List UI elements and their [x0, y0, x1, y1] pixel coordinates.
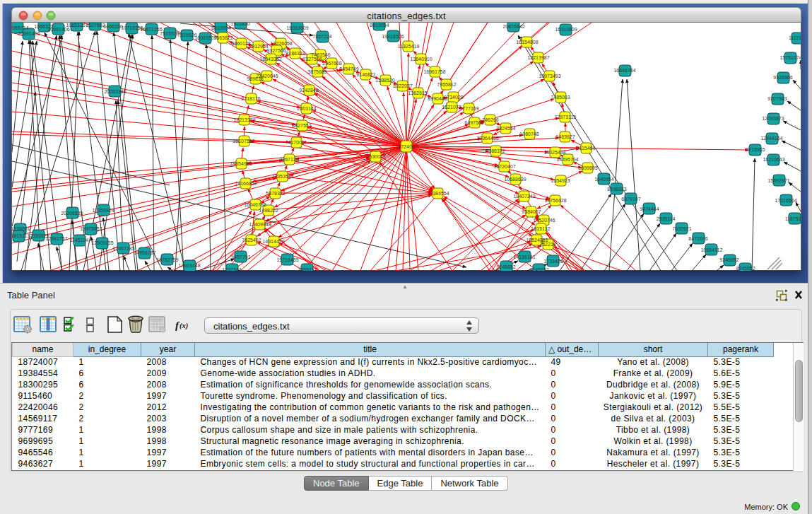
- svg-text:9245652: 9245652: [496, 264, 515, 269]
- svg-text:12353594: 12353594: [271, 174, 293, 179]
- svg-text:19756928: 19756928: [544, 198, 566, 203]
- svg-text:15720407: 15720407: [493, 164, 515, 169]
- svg-text:7886372: 7886372: [486, 148, 505, 153]
- svg-text:10973493: 10973493: [539, 74, 560, 78]
- svg-text:391511: 391511: [12, 233, 28, 238]
- svg-text:10025438: 10025438: [543, 150, 565, 155]
- svg-text:417006: 417006: [288, 140, 304, 145]
- svg-text:8186323: 8186323: [286, 51, 305, 56]
- svg-text:19975857: 19975857: [80, 226, 102, 231]
- svg-text:14520746: 14520746: [533, 218, 555, 223]
- svg-text:7857224: 7857224: [312, 34, 331, 39]
- svg-text:1639001: 1639001: [12, 226, 30, 231]
- svg-text:11325419: 11325419: [398, 44, 420, 49]
- svg-text:3875685: 3875685: [307, 69, 326, 74]
- svg-text:16210643: 16210643: [763, 157, 784, 162]
- svg-text:16154808: 16154808: [516, 40, 538, 45]
- svg-text:2718176: 2718176: [241, 96, 260, 101]
- svg-text:9227343: 9227343: [767, 96, 787, 101]
- svg-text:16033809: 16033809: [286, 25, 308, 30]
- svg-text:15751074: 15751074: [779, 55, 801, 60]
- svg-text:9245652: 9245652: [736, 266, 755, 271]
- svg-text:6879197: 6879197: [621, 197, 640, 201]
- svg-text:8215955: 8215955: [746, 147, 765, 152]
- svg-text:16107552: 16107552: [233, 139, 254, 144]
- svg-text:12942757: 12942757: [45, 236, 67, 241]
- svg-text:9327506: 9327506: [266, 48, 286, 53]
- svg-text:20876842: 20876842: [502, 24, 524, 29]
- svg-text:9327508: 9327508: [302, 57, 322, 62]
- svg-text:19218506: 19218506: [382, 34, 404, 39]
- svg-text:6497568: 6497568: [464, 120, 483, 125]
- svg-text:1112131: 1112131: [789, 35, 801, 40]
- svg-text:8938923: 8938923: [607, 187, 626, 192]
- svg-text:8912954: 8912954: [249, 44, 268, 49]
- svg-text:2803144: 2803144: [297, 106, 316, 111]
- svg-text:9146821: 9146821: [356, 72, 375, 77]
- svg-text:16543362: 16543362: [259, 57, 281, 62]
- svg-text:1080748: 1080748: [519, 132, 539, 136]
- svg-text:9245652: 9245652: [719, 257, 739, 262]
- svg-text:16782759: 16782759: [156, 257, 178, 262]
- svg-text:1362615: 1362615: [408, 90, 427, 95]
- svg-text:2967608: 2967608: [322, 61, 341, 66]
- svg-text:10653267: 10653267: [66, 23, 88, 28]
- svg-text:2935114: 2935114: [657, 216, 676, 221]
- svg-text:8960128: 8960128: [231, 41, 250, 46]
- svg-text:12213987: 12213987: [527, 55, 549, 60]
- svg-text:13640910: 13640910: [410, 57, 432, 62]
- svg-text:12444154: 12444154: [760, 136, 782, 141]
- svg-text:8322037: 8322037: [393, 83, 412, 88]
- svg-text:16046788: 16046788: [244, 202, 266, 207]
- svg-text:20364436: 20364436: [476, 136, 498, 141]
- svg-text:6466160: 6466160: [103, 24, 122, 29]
- svg-text:1167533: 1167533: [785, 216, 801, 221]
- svg-text:12093873: 12093873: [762, 116, 784, 121]
- svg-text:6899695: 6899695: [578, 165, 597, 170]
- svg-text:1621072: 1621072: [442, 105, 461, 110]
- svg-text:1733426: 1733426: [543, 259, 563, 264]
- svg-text:1654923: 1654923: [551, 178, 570, 183]
- svg-text:1145194: 1145194: [70, 238, 89, 243]
- svg-text:20206535: 20206535: [61, 211, 83, 216]
- svg-text:1498222: 1498222: [259, 208, 278, 213]
- svg-text:18724007: 18724007: [395, 144, 417, 149]
- svg-text:18407249: 18407249: [513, 194, 535, 199]
- svg-text:9115460: 9115460: [577, 146, 596, 151]
- svg-text:16033809: 16033809: [555, 27, 577, 32]
- svg-text:9329966: 9329966: [773, 75, 792, 80]
- svg-text:252214: 252214: [539, 242, 555, 247]
- svg-text:1615132: 1615132: [531, 226, 550, 231]
- svg-text:9457791: 9457791: [231, 255, 250, 259]
- svg-text:15692971: 15692971: [767, 178, 789, 183]
- svg-text:5878332: 5878332: [266, 191, 285, 196]
- svg-text:(x): (x): [180, 322, 188, 330]
- svg-text:12213389: 12213389: [233, 117, 255, 122]
- svg-text:12973115: 12973115: [555, 115, 577, 119]
- svg-text:13226058: 13226058: [270, 41, 292, 46]
- svg-text:7625402: 7625402: [242, 238, 261, 243]
- svg-text:14136141: 14136141: [513, 255, 535, 259]
- svg-text:14914479: 14914479: [262, 239, 284, 244]
- svg-text:8471626: 8471626: [688, 236, 707, 241]
- svg-text:8813054: 8813054: [211, 25, 230, 30]
- svg-text:9777169: 9777169: [459, 106, 478, 111]
- svg-text:10688639: 10688639: [504, 177, 526, 182]
- svg-text:12505135: 12505135: [91, 240, 113, 245]
- svg-text:7485003: 7485003: [551, 95, 570, 100]
- svg-text:16961758: 16961758: [423, 69, 445, 74]
- svg-text:8454749: 8454749: [339, 66, 358, 71]
- svg-text:1588520: 1588520: [375, 78, 394, 83]
- svg-text:14495794: 14495794: [556, 157, 578, 162]
- svg-text:14958187: 14958187: [134, 250, 155, 255]
- svg-text:7632621: 7632621: [672, 226, 691, 231]
- svg-text:8813054: 8813054: [370, 23, 389, 28]
- svg-text:19166852: 19166852: [235, 181, 257, 186]
- svg-text:1530025: 1530025: [366, 154, 385, 159]
- svg-text:14055714: 14055714: [12, 25, 29, 30]
- svg-text:10654112: 10654112: [701, 247, 723, 252]
- svg-text:3267130: 3267130: [279, 157, 298, 162]
- svg-text:9245652: 9245652: [529, 267, 548, 271]
- svg-text:15716485: 15716485: [276, 257, 298, 262]
- svg-text:9734028: 9734028: [444, 95, 463, 100]
